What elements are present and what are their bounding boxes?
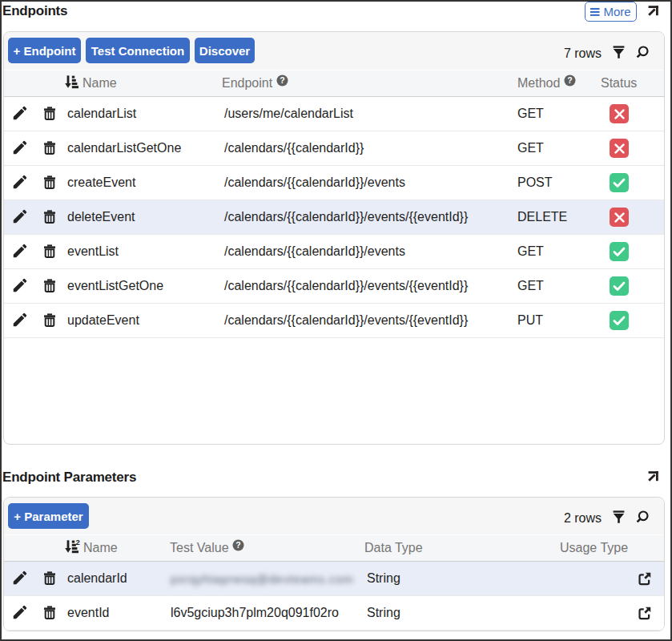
svg-text:?: ? [280,75,284,85]
svg-text:?: ? [235,540,240,550]
svg-text:2: 2 [76,540,80,546]
svg-text:?: ? [567,75,572,85]
